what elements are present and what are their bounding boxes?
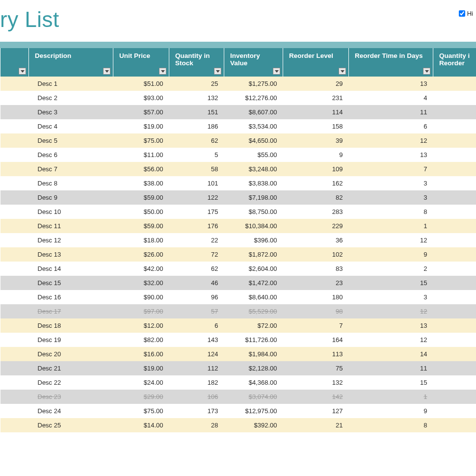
cell-unit-price[interactable]: $42.00 [113,262,169,276]
cell-reorder-time[interactable]: 8 [349,205,433,219]
cell-qty-reorder[interactable] [433,219,476,233]
cell-qty-reorder[interactable] [433,105,476,119]
cell-description[interactable]: Desc 15 [29,276,113,290]
cell-reorder-time[interactable]: 3 [349,190,433,205]
cell-inv-value[interactable]: $8,607.00 [224,105,283,119]
cell-blank[interactable] [0,318,29,333]
cell-reorder-level[interactable]: 231 [283,91,349,105]
hide-checkbox-area[interactable]: Hi [459,10,473,17]
cell-blank[interactable] [0,77,29,91]
col-header-description[interactable]: Description [29,48,113,77]
cell-inv-value[interactable]: $72.00 [224,318,283,333]
cell-inv-value[interactable]: $3,248.00 [224,162,283,176]
cell-qty-reorder[interactable] [433,390,476,404]
cell-qty-stock[interactable]: 173 [169,404,224,418]
cell-reorder-time[interactable]: 3 [349,290,433,304]
cell-unit-price[interactable]: $75.00 [113,404,169,418]
cell-description[interactable]: Desc 25 [29,418,113,432]
col-header-reorder-time[interactable]: Reorder Time in Days [349,48,433,77]
cell-unit-price[interactable]: $14.00 [113,418,169,432]
table-row[interactable]: Desc 3$57.00151$8,607.0011411 [0,105,476,119]
cell-description[interactable]: Desc 16 [29,290,113,304]
cell-inv-value[interactable]: $396.00 [224,233,283,247]
cell-description[interactable]: Desc 13 [29,247,113,262]
cell-qty-stock[interactable]: 25 [169,77,224,91]
cell-qty-reorder[interactable] [433,418,476,432]
cell-description[interactable]: Desc 5 [29,133,113,148]
table-row[interactable]: Desc 10$50.00175$8,750.002838 [0,205,476,219]
col-header-unit-price[interactable]: Unit Price [113,48,169,77]
table-row[interactable]: Desc 5$75.0062$4,650.003912 [0,133,476,148]
cell-qty-stock[interactable]: 143 [169,333,224,347]
cell-qty-stock[interactable]: 72 [169,247,224,262]
cell-blank[interactable] [0,276,29,290]
cell-blank[interactable] [0,418,29,432]
cell-inv-value[interactable]: $1,275.00 [224,77,283,91]
cell-qty-reorder[interactable] [433,333,476,347]
cell-qty-stock[interactable]: 176 [169,219,224,233]
table-row[interactable]: Desc 22$24.00182$4,368.0013215 [0,375,476,390]
cell-qty-stock[interactable]: 28 [169,418,224,432]
cell-blank[interactable] [0,262,29,276]
cell-blank[interactable] [0,290,29,304]
cell-unit-price[interactable]: $56.00 [113,162,169,176]
cell-blank[interactable] [0,390,29,404]
cell-description[interactable]: Desc 4 [29,119,113,133]
cell-inv-value[interactable]: $11,726.00 [224,333,283,347]
table-row[interactable]: Desc 25$14.0028$392.00218 [0,418,476,432]
col-header-qty-reorder[interactable]: Quantity i Reorder [433,48,476,77]
cell-inv-value[interactable]: $4,368.00 [224,375,283,390]
cell-description[interactable]: Desc 22 [29,375,113,390]
table-row[interactable]: Desc 19$82.00143$11,726.0016412 [0,333,476,347]
cell-reorder-time[interactable]: 8 [349,418,433,432]
cell-description[interactable]: Desc 1 [29,77,113,91]
cell-reorder-time[interactable]: 13 [349,148,433,162]
cell-qty-reorder[interactable] [433,290,476,304]
filter-dropdown-icon[interactable] [214,68,221,75]
cell-reorder-time[interactable]: 12 [349,304,433,318]
cell-reorder-level[interactable]: 114 [283,105,349,119]
filter-dropdown-icon[interactable] [19,68,26,75]
cell-unit-price[interactable]: $26.00 [113,247,169,262]
table-row[interactable]: Desc 15$32.0046$1,472.002315 [0,276,476,290]
cell-description[interactable]: Desc 3 [29,105,113,119]
cell-qty-reorder[interactable] [433,318,476,333]
cell-inv-value[interactable]: $7,198.00 [224,190,283,205]
table-row[interactable]: Desc 24$75.00173$12,975.001279 [0,404,476,418]
cell-reorder-time[interactable]: 2 [349,262,433,276]
cell-qty-stock[interactable]: 112 [169,361,224,375]
cell-unit-price[interactable]: $93.00 [113,91,169,105]
cell-blank[interactable] [0,176,29,190]
filter-dropdown-icon[interactable] [339,68,346,75]
cell-reorder-level[interactable]: 9 [283,148,349,162]
cell-qty-reorder[interactable] [433,262,476,276]
cell-blank[interactable] [0,233,29,247]
cell-inv-value[interactable]: $1,984.00 [224,347,283,361]
cell-unit-price[interactable]: $19.00 [113,361,169,375]
cell-unit-price[interactable]: $59.00 [113,219,169,233]
cell-inv-value[interactable]: $3,074.00 [224,390,283,404]
cell-qty-reorder[interactable] [433,133,476,148]
cell-qty-reorder[interactable] [433,119,476,133]
table-row[interactable]: Desc 8$38.00101$3,838.001623 [0,176,476,190]
cell-reorder-time[interactable]: 12 [349,133,433,148]
cell-reorder-level[interactable]: 98 [283,304,349,318]
cell-unit-price[interactable]: $50.00 [113,205,169,219]
cell-description[interactable]: Desc 23 [29,390,113,404]
cell-inv-value[interactable]: $1,872.00 [224,247,283,262]
cell-qty-stock[interactable]: 58 [169,162,224,176]
table-row[interactable]: Desc 16$90.0096$8,640.001803 [0,290,476,304]
cell-description[interactable]: Desc 7 [29,162,113,176]
cell-blank[interactable] [0,105,29,119]
cell-reorder-time[interactable]: 12 [349,233,433,247]
cell-blank[interactable] [0,148,29,162]
cell-inv-value[interactable]: $2,604.00 [224,262,283,276]
cell-qty-stock[interactable]: 182 [169,375,224,390]
cell-description[interactable]: Desc 19 [29,333,113,347]
cell-inv-value[interactable]: $392.00 [224,418,283,432]
table-row[interactable]: Desc 14$42.0062$2,604.00832 [0,262,476,276]
filter-dropdown-icon[interactable] [273,68,280,75]
cell-qty-reorder[interactable] [433,375,476,390]
cell-reorder-level[interactable]: 109 [283,162,349,176]
table-row[interactable]: Desc 23$29.00106$3,074.001421 [0,390,476,404]
